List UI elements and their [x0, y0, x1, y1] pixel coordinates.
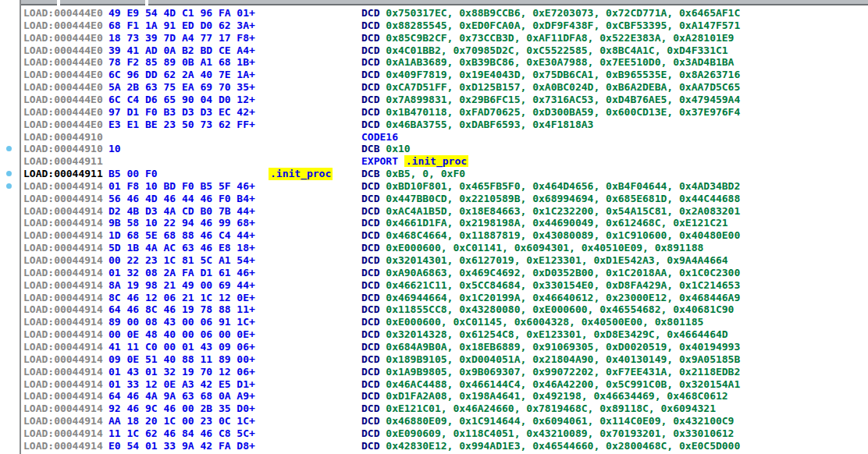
code-line[interactable]: LOAD:000449148A 19 98 21 49 00 69 44+DCD…: [0, 279, 868, 292]
address: LOAD:00044914: [23, 205, 103, 218]
byte-values: 64 46 4A 9A 63 68 0A A9+: [108, 390, 255, 403]
instruction: DCD 0xE000600, 0xC01141, 0x6094301, 0x40…: [361, 242, 703, 254]
mnemonic: DCD: [361, 390, 379, 402]
address: LOAD:00044914: [23, 303, 103, 316]
code-line[interactable]: LOAD:00044914AA 18 20 1C 00 23 0C 1C+DCD…: [0, 415, 868, 427]
mnemonic: DCD: [361, 341, 379, 353]
mnemonic: DCD: [361, 415, 379, 427]
address: LOAD:00044914: [23, 316, 103, 328]
mnemonic: EXPORT: [361, 155, 398, 167]
code-line[interactable]: LOAD:000444E06C 96 DD 62 2A 40 7E 1A+DCD…: [0, 69, 868, 81]
code-line[interactable]: LOAD:000449148C 46 12 06 21 1C 12 0E+DCD…: [0, 292, 868, 304]
instruction: DCD 0x32014328, 0x61254C8, 0xE123301, 0x…: [361, 328, 728, 341]
code-line[interactable]: LOAD:000444E078 F2 85 89 0B A1 68 1B+DCD…: [0, 56, 868, 69]
mnemonic: DCD: [361, 303, 379, 315]
address: LOAD:00044914: [23, 242, 103, 254]
code-line[interactable]: LOAD:00044914D2 4B D3 4A CD B0 7B 44+DCD…: [0, 205, 868, 218]
proc-label[interactable]: .init_proc: [269, 168, 333, 180]
address: LOAD:00044911: [23, 155, 103, 168]
instruction: CODE16: [361, 131, 398, 144]
instruction: DCD 0x46AC4488, 0x466144C4, 0x46A42200, …: [361, 378, 740, 391]
code-line[interactable]: LOAD:00044914E0 54 01 33 9A 42 FA D8+DCD…: [0, 440, 868, 452]
code-line[interactable]: LOAD:000449141D 68 5E 68 88 46 C4 44+DCD…: [0, 229, 868, 242]
code-line[interactable]: LOAD:0004491401 33 12 0E A3 42 E5 D1+DCD…: [0, 378, 868, 391]
mnemonic: DCD: [361, 180, 379, 192]
mnemonic: DCD: [361, 242, 379, 254]
mnemonic: DCD: [361, 20, 379, 31]
mnemonic: DCD: [361, 267, 379, 278]
instruction: DCD 0xCA7D51FF, 0xD125B157, 0xA0BC024D, …: [361, 81, 740, 94]
instruction: DCD 0x468C4664, 0x11887819, 0x43080089, …: [361, 229, 740, 242]
code-line[interactable]: LOAD:000444E049 E9 54 4D C1 96 FA 01+DCD…: [0, 7, 868, 20]
address: LOAD:00044914: [23, 378, 103, 391]
operands: 0x7A899831, 0x29B6FC15, 0x7316AC53, 0xD4…: [386, 94, 740, 105]
operands: 0xD1FA2A08, 0x198A4641, 0x492198, 0x4663…: [386, 390, 727, 402]
mnemonic: DCD: [361, 316, 379, 328]
instruction: DCD 0xE090609, 0x118C4051, 0x43210089, 0…: [361, 427, 734, 440]
byte-values: 10: [108, 143, 121, 155]
code-line[interactable]: LOAD:00044911B5 00 F0.init_procDCB 0xB5,…: [0, 168, 868, 180]
code-line[interactable]: LOAD:0004491401 F8 10 BD F0 B5 5F 46+DCD…: [0, 180, 868, 193]
operands: 0x1A9B9805, 0x9B069307, 0x99072202, 0xF7…: [386, 366, 740, 378]
code-line[interactable]: LOAD:000444E018 73 39 7D A4 77 17 F8+DCD…: [0, 32, 868, 44]
mnemonic: DCD: [361, 254, 379, 266]
code-line[interactable]: LOAD:0004491401 43 01 32 19 70 12 06+DCD…: [0, 366, 868, 378]
operands: 0x1B470118, 0xFAD70625, 0xD300BA59, 0x60…: [386, 106, 740, 118]
code-line[interactable]: LOAD:000444E05A 2B 63 75 EA 69 70 35+DCD…: [0, 81, 868, 94]
code-line[interactable]: LOAD:0004491464 46 4A 9A 63 68 0A A9+DCD…: [0, 390, 868, 403]
byte-values: 56 46 4D 46 44 46 F0 B4+: [108, 193, 255, 205]
operands: 0xCA7D51FF, 0xD125B157, 0xA0BC024D, 0xB6…: [386, 81, 740, 93]
byte-values: 01 32 08 2A FA D1 61 46+: [108, 267, 255, 279]
byte-values: 9B 58 10 22 94 46 99 68+: [108, 217, 255, 229]
code-line[interactable]: LOAD:000449145D 1B 4A AC 63 46 E8 18+DCD…: [0, 242, 868, 254]
address: LOAD:000444E0: [23, 106, 103, 119]
operands: 0x447BB0CD, 0x2210589B, 0x68994694, 0x68…: [386, 193, 740, 204]
code-line[interactable]: LOAD:0004491409 0E 51 40 88 11 89 00+DCD…: [0, 353, 868, 366]
code-line[interactable]: LOAD:000444E06C C4 D6 65 90 04 D0 12+DCD…: [0, 94, 868, 106]
operands: 0x46621C11, 0x5CC84684, 0x330154E0, 0xD8…: [386, 279, 740, 291]
operands: 0xE000600, 0xC01145, 0x6004328, 0x40500E…: [386, 316, 703, 328]
code-line[interactable]: LOAD:0004491464 46 8C 46 19 78 88 11+DCD…: [0, 303, 868, 316]
export-symbol[interactable]: .init_proc: [404, 155, 468, 167]
code-line[interactable]: LOAD:0004491400 0E 48 40 00 06 00 0E+DCD…: [0, 328, 868, 341]
code-line[interactable]: LOAD:000444E068 F1 1A 91 ED D0 62 3A+DCD…: [0, 20, 868, 32]
address: LOAD:00044914: [23, 279, 103, 292]
byte-values: AA 18 20 1C 00 23 0C 1C+: [108, 415, 255, 427]
address: LOAD:000444E0: [23, 56, 103, 69]
address: LOAD:000444E0: [23, 20, 103, 32]
instruction: EXPORT .init_proc: [361, 155, 468, 168]
code-line[interactable]: LOAD:00044911EXPORT .init_proc: [0, 155, 868, 168]
mnemonic: DCD: [361, 119, 379, 130]
operands: 0xE121C01, 0x46A24660, 0x7819468C, 0x891…: [386, 403, 716, 414]
disassembly-listing[interactable]: LOAD:000444E049 E9 54 4D C1 96 FA 01+DCD…: [0, 0, 868, 454]
byte-values: 09 0E 51 40 88 11 89 00+: [108, 353, 255, 366]
code-line[interactable]: LOAD:000444E0E3 E1 BE 23 50 73 62 FF+DCD…: [0, 119, 868, 131]
address: LOAD:00044910: [23, 143, 103, 155]
instruction: DCD 0x46880E09, 0x1C914644, 0x6094061, 0…: [361, 415, 734, 427]
code-line[interactable]: LOAD:0004491401 32 08 2A FA D1 61 46+DCD…: [0, 267, 868, 279]
instruction: DCD 0x32014301, 0x6127019, 0xE123301, 0x…: [361, 254, 728, 267]
code-line[interactable]: LOAD:000449149B 58 10 22 94 46 99 68+DCD…: [0, 217, 868, 229]
operands: 0x11855CC8, 0x43280080, 0xE000600, 0x465…: [386, 303, 734, 315]
code-line[interactable]: LOAD:0004491489 00 08 43 00 06 91 1C+DCD…: [0, 316, 868, 328]
code-line[interactable]: LOAD:000444E039 41 AD 0A B2 BD CE A4+DCD…: [0, 44, 868, 57]
code-line[interactable]: LOAD:0004491492 46 9C 46 00 2B 35 D0+DCD…: [0, 403, 868, 415]
mnemonic: DCD: [361, 279, 379, 291]
code-line[interactable]: LOAD:0004491400 22 23 1C 81 5C A1 54+DCD…: [0, 254, 868, 267]
code-line[interactable]: LOAD:00044910CODE16: [0, 131, 868, 144]
mnemonic: DCD: [361, 378, 379, 390]
byte-values: 00 0E 48 40 00 06 00 0E+: [108, 328, 255, 341]
code-line[interactable]: LOAD:0004491456 46 4D 46 44 46 F0 B4+DCD…: [0, 193, 868, 205]
mnemonic: DCD: [361, 81, 379, 93]
code-line[interactable]: LOAD:0004491411 1C 62 46 84 46 C8 5C+DCD…: [0, 427, 868, 440]
address: LOAD:00044914: [23, 254, 103, 267]
operands: 0xA1AB3689, 0xB39BC86, 0xE30A7988, 0x7EE…: [386, 56, 734, 68]
byte-values: 8A 19 98 21 49 00 69 44+: [108, 279, 255, 292]
address: LOAD:00044914: [23, 366, 103, 378]
instruction: DCD 0x409F7819, 0x19E4043D, 0x75DB6CA1, …: [361, 69, 740, 81]
instruction: DCD 0x750317EC, 0x88B9CCB6, 0xE7203073, …: [361, 7, 740, 20]
byte-values: 41 11 C0 00 01 43 09 06+: [108, 341, 255, 353]
code-line[interactable]: LOAD:0004491010DCB 0x10: [0, 143, 868, 155]
code-line[interactable]: LOAD:000444E097 D1 F0 B3 D3 D3 EC 42+DCD…: [0, 106, 868, 119]
code-line[interactable]: LOAD:0004491441 11 C0 00 01 43 09 06+DCD…: [0, 341, 868, 353]
